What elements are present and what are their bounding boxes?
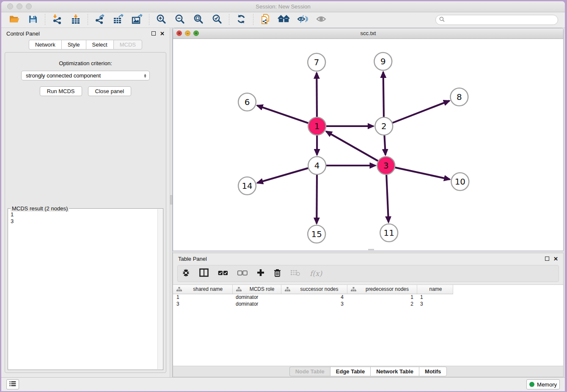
table-cell[interactable]: 3: [417, 301, 453, 307]
close-network-button[interactable]: ✕: [176, 30, 182, 36]
show-columns-button[interactable]: [199, 268, 209, 279]
minimize-window-button[interactable]: [17, 3, 22, 9]
zoom-window-button[interactable]: [26, 3, 32, 9]
table-cell[interactable]: 3: [173, 301, 232, 307]
column-header-name[interactable]: name: [417, 285, 453, 294]
table-cell[interactable]: 4: [281, 294, 347, 301]
task-history-button[interactable]: [6, 379, 19, 389]
desktop: Session: New Session: [0, 0, 567, 392]
float-panel-icon[interactable]: [151, 31, 156, 36]
toolbar-separator: [253, 14, 253, 26]
sort-column-icon: [351, 287, 356, 292]
close-panel-button[interactable]: Close panel: [88, 86, 132, 96]
zoom-fit-button[interactable]: [190, 13, 207, 27]
tab-motifs[interactable]: Motifs: [419, 367, 447, 376]
refresh-button[interactable]: [232, 13, 250, 27]
export-table-icon: [113, 14, 124, 26]
float-table-panel-icon[interactable]: [545, 257, 549, 261]
column-header-MCDS-role[interactable]: MCDS role: [232, 285, 281, 294]
home-button[interactable]: [275, 13, 293, 27]
splitter-grip[interactable]: [170, 195, 172, 204]
export-image-button[interactable]: [128, 13, 146, 27]
network-resize-grip[interactable]: [368, 249, 374, 250]
column-header-predecessor-nodes[interactable]: predecessor nodes: [347, 285, 417, 294]
tab-select[interactable]: Select: [86, 40, 113, 50]
graph-node-6[interactable]: 6: [238, 93, 256, 111]
network-from-selection-button[interactable]: [256, 13, 274, 27]
graph-edge-2-8[interactable]: [393, 101, 449, 123]
search-field[interactable]: [435, 15, 558, 25]
graph-edge-2-9[interactable]: [383, 72, 384, 117]
table-row[interactable]: 1dominator411: [173, 294, 453, 301]
import-network-button[interactable]: [48, 13, 66, 27]
graph-edge-4-14[interactable]: [257, 168, 308, 183]
graph-node-14[interactable]: 14: [238, 177, 256, 195]
node-table[interactable]: shared nameMCDS rolesuccessor nodesprede…: [173, 284, 563, 366]
zoom-out-button[interactable]: [171, 13, 189, 27]
graph-node-8[interactable]: 8: [450, 88, 468, 106]
select-all-button[interactable]: [218, 270, 228, 277]
delete-button[interactable]: [274, 269, 281, 279]
graph-edge-3-11[interactable]: [386, 175, 388, 222]
optimization-criterion-select[interactable]: strongly connected component ▲▼: [21, 71, 150, 80]
tab-style[interactable]: Style: [61, 40, 86, 50]
tab-network-table[interactable]: Network Table: [370, 367, 419, 376]
column-header-shared-name[interactable]: shared name: [173, 285, 232, 294]
graph-edge-3-10[interactable]: [395, 168, 450, 179]
hide-selected-button[interactable]: [294, 13, 311, 27]
graph-node-4[interactable]: 4: [308, 157, 326, 174]
zoom-selected-button[interactable]: [208, 13, 226, 27]
delete-table-icon: [290, 269, 300, 278]
graph-node-10[interactable]: 10: [451, 173, 469, 190]
minimize-network-button[interactable]: −: [185, 30, 190, 36]
table-cell[interactable]: 2: [347, 301, 417, 307]
save-session-button[interactable]: [24, 13, 42, 27]
search-input[interactable]: [447, 17, 554, 23]
result-scrollbar[interactable]: [157, 209, 162, 369]
tab-edge-table[interactable]: Edge Table: [330, 367, 370, 376]
maximize-network-button[interactable]: +: [193, 30, 199, 36]
graph-node-9[interactable]: 9: [374, 52, 392, 70]
add-button[interactable]: [257, 269, 264, 278]
table-cell[interactable]: 1: [173, 294, 232, 301]
table-cell[interactable]: 3: [281, 301, 347, 307]
table-cell[interactable]: dominator: [232, 294, 281, 301]
graph-edge-1-7[interactable]: [317, 73, 317, 117]
export-network-button[interactable]: [91, 13, 109, 27]
column-header-successor-nodes[interactable]: successor nodes: [281, 285, 347, 294]
table-cell[interactable]: 1: [347, 294, 417, 301]
sort-column-icon: [236, 287, 242, 292]
close-table-panel-icon[interactable]: ✕: [553, 256, 558, 262]
tab-network[interactable]: Network: [29, 40, 61, 50]
open-session-button[interactable]: [6, 13, 23, 27]
graph-edge-4-15[interactable]: [317, 175, 317, 224]
graph-node-1[interactable]: 1: [308, 117, 326, 135]
tab-mcds[interactable]: MCDS: [113, 40, 142, 50]
show-all-button[interactable]: [312, 13, 330, 27]
import-table-button[interactable]: [67, 13, 85, 27]
graph-node-7[interactable]: 7: [308, 53, 325, 71]
zoom-in-button[interactable]: [152, 13, 170, 27]
graph-node-11[interactable]: 11: [380, 224, 398, 242]
graph-edge-1-6[interactable]: [257, 105, 308, 123]
tab-node-table[interactable]: Node Table: [289, 367, 330, 376]
sort-column-icon: [285, 287, 290, 292]
memory-button[interactable]: Memory: [526, 379, 560, 389]
run-mcds-button[interactable]: Run MCDS: [40, 86, 82, 96]
close-window-button[interactable]: [7, 3, 13, 9]
graph-node-3[interactable]: 3: [377, 157, 395, 174]
panel-splitter[interactable]: [170, 28, 173, 377]
export-table-button[interactable]: [110, 13, 127, 27]
mcds-result-text[interactable]: 1 3: [11, 211, 157, 369]
graph-edge-3-1[interactable]: [326, 131, 378, 161]
close-panel-icon[interactable]: ✕: [160, 30, 165, 37]
table-options-button[interactable]: [182, 269, 190, 279]
deselect-all-button[interactable]: [237, 270, 248, 277]
graph-node-2[interactable]: 2: [375, 117, 393, 135]
graph-node-15[interactable]: 15: [308, 225, 325, 243]
table-cell[interactable]: dominator: [232, 301, 281, 307]
table-cell[interactable]: 1: [417, 294, 453, 301]
table-row[interactable]: 3dominator323: [173, 301, 453, 307]
network-canvas[interactable]: 7968124314101511: [173, 39, 563, 251]
graph-edge-2-3[interactable]: [384, 135, 385, 155]
